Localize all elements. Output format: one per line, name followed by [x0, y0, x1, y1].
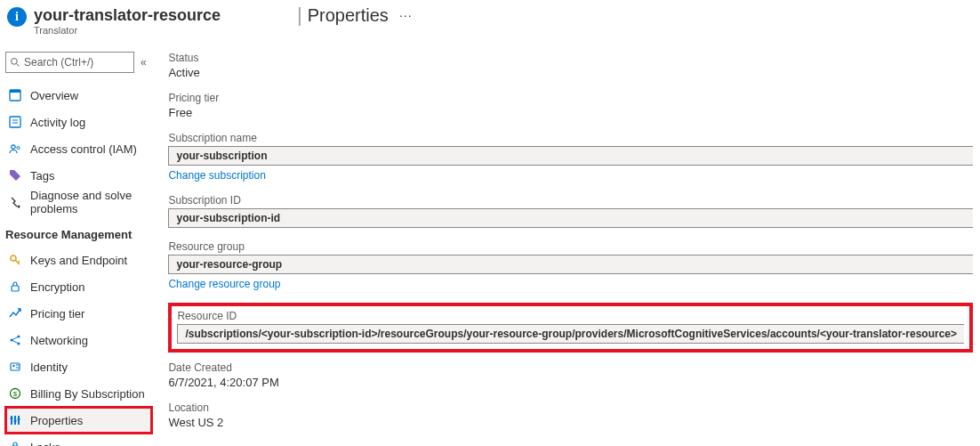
more-actions-button[interactable]: ··· — [399, 8, 413, 22]
prop-subscription-id: Subscription ID your-subscription-id — [168, 194, 973, 228]
sidebar-item-label: Access control (IAM) — [30, 142, 137, 156]
subscription-id-field[interactable]: your-subscription-id — [168, 208, 973, 228]
diagnose-icon — [7, 194, 23, 210]
page-title: Properties — [308, 5, 389, 26]
sidebar-section-label: Resource Management — [5, 228, 152, 241]
activity-log-icon — [7, 114, 23, 130]
sidebar-item-encryption[interactable]: Encryption — [5, 273, 152, 300]
svg-rect-30 — [18, 418, 20, 420]
sidebar: Search (Ctrl+/) « Overview Activity log … — [0, 52, 152, 446]
prop-location: Location West US 2 — [168, 401, 973, 429]
sidebar-item-locks[interactable]: Locks — [5, 434, 152, 446]
tags-icon — [7, 167, 23, 183]
prop-label: Resource ID — [177, 310, 964, 322]
resource-group-field[interactable]: your-resource-group — [168, 255, 973, 274]
resource-type: Translator — [34, 25, 221, 36]
sidebar-item-label: Activity log — [30, 116, 85, 129]
sidebar-item-overview[interactable]: Overview — [5, 82, 152, 109]
prop-subscription-name: Subscription name your-subscription Chan… — [168, 132, 973, 182]
sidebar-item-label: Locks — [30, 441, 60, 447]
sidebar-item-label: Properties — [30, 414, 83, 427]
sidebar-item-label: Keys and Endpoint — [30, 254, 127, 267]
prop-label: Date Created — [168, 361, 973, 374]
access-control-icon — [7, 141, 23, 157]
prop-value: Free — [168, 106, 973, 119]
svg-line-12 — [18, 261, 20, 263]
svg-rect-28 — [11, 418, 13, 419]
search-input[interactable]: Search (Ctrl+/) — [5, 52, 134, 73]
prop-pricing-tier: Pricing tier Free — [168, 92, 973, 119]
header-right: | Properties ··· — [297, 4, 413, 27]
prop-label: Resource group — [168, 240, 973, 253]
properties-icon — [7, 412, 23, 428]
sidebar-item-label: Pricing tier — [30, 307, 84, 320]
sidebar-item-label: Diagnose and solve problems — [30, 189, 152, 215]
menu-top: Overview Activity log Access control (IA… — [5, 82, 152, 215]
sidebar-item-networking[interactable]: Networking — [5, 327, 152, 353]
sidebar-item-tags[interactable]: Tags — [5, 162, 152, 189]
billing-icon: $ — [7, 385, 23, 401]
svg-point-0 — [12, 59, 18, 65]
lock-icon — [7, 279, 23, 295]
sidebar-item-label: Overview — [30, 89, 78, 102]
change-subscription-link[interactable]: Change subscription — [168, 169, 265, 182]
prop-value: 6/7/2021, 4:20:07 PM — [168, 376, 973, 389]
locks-icon — [7, 439, 23, 446]
prop-resource-group: Resource group your-resource-group Chang… — [168, 240, 973, 290]
svg-line-17 — [12, 337, 19, 340]
key-icon — [7, 252, 23, 268]
prop-value: Active — [168, 66, 973, 79]
sidebar-item-activity-log[interactable]: Activity log — [5, 109, 152, 135]
sidebar-item-pricing-tier[interactable]: Pricing tier — [5, 300, 152, 327]
resource-name: your-translator-resource — [34, 5, 221, 25]
divider: | — [297, 4, 302, 27]
svg-line-1 — [17, 64, 20, 67]
sidebar-item-billing[interactable]: $ Billing By Subscription — [5, 380, 152, 407]
svg-rect-25 — [11, 416, 12, 425]
svg-text:$: $ — [13, 390, 18, 398]
sidebar-item-label: Tags — [30, 169, 54, 182]
sidebar-item-diagnose[interactable]: Diagnose and solve problems — [5, 189, 152, 215]
svg-point-9 — [18, 206, 20, 208]
blade-header: i your-translator-resource Translator | … — [0, 0, 980, 36]
prop-label: Status — [168, 52, 973, 64]
svg-point-7 — [12, 145, 15, 149]
header-left: i your-translator-resource Translator — [5, 4, 297, 36]
info-icon: i — [7, 7, 27, 27]
sidebar-item-identity[interactable]: Identity — [5, 353, 152, 380]
collapse-sidebar-button[interactable]: « — [134, 56, 152, 69]
prop-label: Subscription ID — [168, 194, 973, 207]
menu-resource-management: Keys and Endpoint Encryption Pricing tie… — [5, 247, 152, 446]
svg-rect-3 — [10, 90, 20, 93]
prop-date-created: Date Created 6/7/2021, 4:20:07 PM — [168, 361, 973, 389]
search-placeholder: Search (Ctrl+/) — [24, 56, 93, 69]
prop-status: Status Active — [168, 52, 973, 79]
subscription-name-field[interactable]: your-subscription — [168, 146, 973, 166]
overview-icon — [7, 87, 23, 103]
search-icon — [10, 57, 20, 68]
sidebar-item-access-control[interactable]: Access control (IAM) — [5, 135, 152, 162]
prop-resource-id-highlight: Resource ID /subscriptions/<your-subscri… — [168, 303, 973, 353]
svg-line-18 — [12, 340, 19, 344]
sidebar-item-label: Billing By Subscription — [30, 387, 145, 401]
svg-rect-4 — [10, 117, 20, 127]
sidebar-item-properties[interactable]: Properties — [5, 407, 152, 434]
svg-point-8 — [17, 146, 20, 149]
change-resource-group-link[interactable]: Change resource group — [168, 278, 280, 290]
resource-id-field[interactable]: /subscriptions/<your-subscription-id>/re… — [177, 324, 964, 344]
svg-rect-29 — [14, 420, 17, 422]
prop-label: Subscription name — [168, 132, 973, 144]
networking-icon — [7, 332, 23, 348]
prop-label: Pricing tier — [168, 92, 973, 104]
svg-rect-19 — [11, 363, 20, 370]
sidebar-item-keys[interactable]: Keys and Endpoint — [5, 247, 152, 273]
sidebar-item-label: Encryption — [30, 280, 84, 294]
svg-point-20 — [12, 365, 14, 367]
prop-value: West US 2 — [168, 416, 973, 429]
sidebar-item-label: Networking — [30, 334, 88, 347]
properties-content: Status Active Pricing tier Free Subscrip… — [152, 52, 980, 446]
svg-rect-13 — [12, 286, 19, 291]
prop-label: Location — [168, 401, 973, 414]
pricing-icon — [7, 305, 23, 321]
identity-icon — [7, 359, 23, 375]
